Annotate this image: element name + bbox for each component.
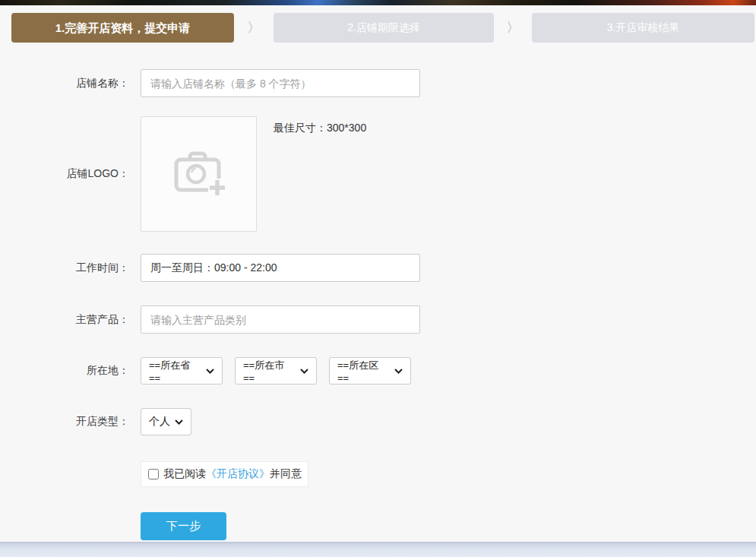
logo-size-hint: 最佳尺寸：300*300 [274, 122, 366, 135]
location-label: 所在地： [0, 364, 129, 378]
province-select[interactable]: ==所在省== [141, 357, 223, 385]
step-1-fill-info: 1.完善开店资料，提交申请 [11, 13, 234, 43]
next-step-button[interactable]: 下一步 [141, 512, 226, 540]
agreement-link[interactable]: 《开店协议》 [206, 467, 270, 481]
footer-strip [0, 542, 756, 557]
agreement-checkbox[interactable] [148, 469, 159, 479]
shop-type-select-value: 个人 [149, 415, 170, 429]
chevron-right-icon: 〉 [234, 13, 274, 43]
camera-plus-icon [170, 148, 228, 200]
shop-name-input[interactable] [141, 69, 420, 97]
shop-type-row: 开店类型： 个人 [0, 408, 756, 435]
step-wizard: 1.完善开店资料，提交申请 〉 2.店铺期限选择 〉 3.开店审核结果 [0, 13, 756, 43]
district-select[interactable]: ==所在区== [329, 357, 411, 385]
chevron-down-icon [300, 369, 308, 374]
agreement-text-suffix: 并同意 [270, 467, 302, 481]
main-products-input[interactable] [141, 305, 420, 334]
next-row: 下一步 [0, 512, 756, 540]
logo-upload-box[interactable] [141, 116, 257, 232]
district-select-value: ==所在区== [337, 359, 390, 384]
chevron-down-icon [175, 419, 183, 425]
city-select[interactable]: ==所在市== [235, 357, 317, 385]
agreement-text-prefix: 我已阅读 [163, 467, 206, 481]
step-2-shop-term: 2.店铺期限选择 [274, 13, 494, 43]
main-products-row: 主营产品： [0, 305, 756, 334]
location-row: 所在地： ==所在省== ==所在市== ==所在区== [0, 357, 756, 385]
city-select-value: ==所在市== [243, 359, 296, 384]
agreement-row: 我已阅读《开店协议》并同意 [0, 461, 756, 487]
agreement-box: 我已阅读《开店协议》并同意 [141, 461, 308, 487]
step-3-review-result: 3.开店审核结果 [532, 13, 754, 43]
main-products-label: 主营产品： [0, 313, 129, 327]
shop-name-row: 店铺名称： [0, 69, 756, 97]
shop-type-label: 开店类型： [0, 415, 129, 429]
work-time-row: 工作时间： [0, 254, 756, 282]
chevron-down-icon [206, 369, 214, 374]
province-select-value: ==所在省== [149, 359, 201, 384]
shop-type-select[interactable]: 个人 [141, 408, 191, 435]
top-banner-image [0, 0, 756, 5]
shop-logo-row: 店铺LOGO： 最佳尺寸：300*300 [0, 116, 756, 232]
work-time-input[interactable] [141, 254, 420, 282]
shop-name-label: 店铺名称： [0, 77, 129, 90]
chevron-down-icon [394, 369, 403, 374]
chevron-right-icon: 〉 [494, 13, 532, 43]
work-time-label: 工作时间： [0, 261, 129, 275]
shop-logo-label: 店铺LOGO： [0, 167, 129, 181]
